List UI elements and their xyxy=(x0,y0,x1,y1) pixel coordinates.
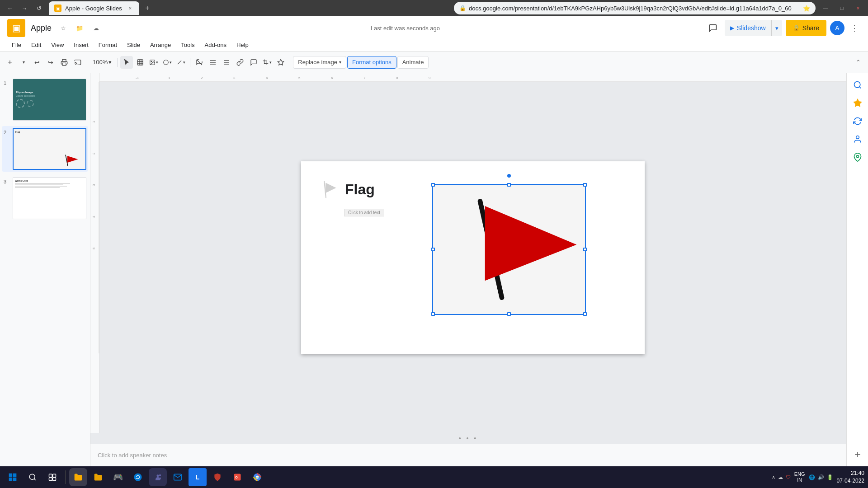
image-tool[interactable]: ▾ xyxy=(147,56,160,69)
distribute-tool[interactable] xyxy=(220,56,233,69)
align-center-tool[interactable] xyxy=(207,56,219,69)
resize-handle-tr[interactable] xyxy=(583,183,587,187)
zoom-select[interactable]: 100% ▾ xyxy=(90,56,114,69)
notes-placeholder[interactable]: Click to add speaker notes xyxy=(98,452,167,459)
paint-format-button[interactable] xyxy=(71,56,84,69)
share-button[interactable]: 🔒 Share xyxy=(786,20,826,36)
back-button[interactable]: ← xyxy=(4,2,16,14)
task-view-button[interactable] xyxy=(43,468,61,486)
menu-help[interactable]: Help xyxy=(232,40,253,50)
menu-edit[interactable]: Edit xyxy=(27,40,46,50)
resize-handle-ml[interactable] xyxy=(431,248,435,251)
refresh-button[interactable]: ↺ xyxy=(33,2,45,14)
resize-handle-tc[interactable] xyxy=(507,183,511,187)
star-button[interactable]: ☆ xyxy=(57,22,70,34)
forward-button[interactable]: → xyxy=(18,2,31,14)
slide-thumb-3[interactable]: 3 Works Cited xyxy=(2,175,88,221)
resize-handle-bl[interactable] xyxy=(431,312,435,316)
resize-handle-tl[interactable] xyxy=(431,183,435,187)
drive-button[interactable]: 📁 xyxy=(73,22,86,34)
text-tool[interactable] xyxy=(134,56,146,69)
maximize-button[interactable]: □ xyxy=(835,2,848,14)
language-indicator[interactable]: ENG IN xyxy=(794,471,805,483)
line-tool[interactable]: ▾ xyxy=(175,56,187,69)
l-app-button[interactable]: L xyxy=(189,468,207,486)
select-tool[interactable] xyxy=(120,56,133,69)
slide-wrapper[interactable]: Flag Click to add text xyxy=(99,82,846,433)
svg-rect-50 xyxy=(9,474,13,477)
canvas-area: -1 1 2 3 4 5 6 7 8 9 xyxy=(90,73,846,466)
tab-close-button[interactable]: × xyxy=(127,5,134,12)
rotate-handle[interactable] xyxy=(507,174,511,178)
start-button[interactable] xyxy=(4,468,22,486)
menu-insert[interactable]: Insert xyxy=(69,40,93,50)
sidebar-icon-search[interactable] xyxy=(849,77,866,93)
xbox-button[interactable]: 🎮 xyxy=(109,468,127,486)
minimize-button[interactable]: — xyxy=(819,2,832,14)
paint-bucket-tool[interactable] xyxy=(193,56,206,69)
animate-button[interactable]: Animate xyxy=(397,56,429,69)
volume-icon[interactable]: 🔊 xyxy=(818,474,824,480)
crop-tool[interactable]: ▾ xyxy=(261,56,274,69)
menu-format[interactable]: Format xyxy=(94,40,122,50)
last-edit-text[interactable]: Last edit was seconds ago xyxy=(371,25,440,32)
avatar[interactable]: A xyxy=(830,21,844,35)
active-tab[interactable]: ▣ Apple - Google Slides × xyxy=(49,1,139,15)
background-tool[interactable] xyxy=(274,56,287,69)
folder-button[interactable] xyxy=(89,468,107,486)
new-tab-button[interactable]: + xyxy=(141,2,154,14)
add-button[interactable]: + xyxy=(4,56,16,69)
teams-button[interactable] xyxy=(149,468,167,486)
tray-chevron[interactable]: ∧ xyxy=(772,474,775,480)
resize-handle-bc[interactable] xyxy=(507,312,511,316)
edge-button[interactable] xyxy=(129,468,147,486)
slide-thumb-1[interactable]: 1 Flip an Image Click to add subtitle xyxy=(2,77,88,122)
more-options-button[interactable]: ⋮ xyxy=(848,22,861,34)
address-bar[interactable]: 🔒 docs.google.com/presentation/d/1ebTKA9… xyxy=(454,2,816,14)
notes-area[interactable]: Click to add speaker notes xyxy=(90,444,846,466)
sidebar-add-button[interactable] xyxy=(849,446,866,463)
close-button[interactable]: × xyxy=(852,2,864,14)
sidebar-icon-person[interactable] xyxy=(849,131,866,147)
file-explorer-button[interactable] xyxy=(69,468,87,486)
format-options-button[interactable]: Format options xyxy=(347,56,396,69)
menu-arrange[interactable]: Arrange xyxy=(146,40,175,50)
sidebar-icon-star[interactable] xyxy=(849,95,866,111)
link-tool[interactable] xyxy=(234,56,246,69)
menu-tools[interactable]: Tools xyxy=(176,40,199,50)
office-button[interactable]: O xyxy=(228,468,246,486)
menu-addons[interactable]: Add-ons xyxy=(200,40,231,50)
security-app-button[interactable] xyxy=(208,468,226,486)
comment-button[interactable] xyxy=(705,20,721,36)
chrome-button[interactable] xyxy=(248,468,266,486)
search-button[interactable] xyxy=(24,468,42,486)
clock[interactable]: 21:40 07-04-2022 xyxy=(837,469,864,485)
replace-image-button[interactable]: Replace image ▾ xyxy=(293,56,346,69)
undo-button[interactable]: ↩ xyxy=(31,56,43,69)
battery-icon[interactable]: 🔋 xyxy=(827,474,833,480)
cloud-button[interactable]: ☁ xyxy=(90,22,102,34)
slide-canvas[interactable]: Flag Click to add text xyxy=(301,161,645,354)
resize-handle-mr[interactable] xyxy=(583,248,587,251)
selected-image-flag[interactable] xyxy=(432,184,586,315)
mail-button[interactable] xyxy=(169,468,187,486)
menu-view[interactable]: View xyxy=(47,40,68,50)
slideshow-dropdown[interactable]: ▾ xyxy=(772,20,782,36)
sidebar-icon-location[interactable] xyxy=(849,149,866,165)
print-button[interactable] xyxy=(58,56,71,69)
redo-button[interactable]: ↪ xyxy=(44,56,57,69)
tray-security[interactable]: 🛡 xyxy=(786,474,791,480)
wifi-icon[interactable]: 🌐 xyxy=(809,474,815,480)
shape-tool[interactable]: ▾ xyxy=(161,56,174,69)
slideshow-button[interactable]: ▶ Slideshow xyxy=(725,20,772,36)
menu-slide[interactable]: Slide xyxy=(123,40,145,50)
collapse-toolbar-button[interactable]: ⌃ xyxy=(852,56,864,69)
sidebar-icon-sync[interactable] xyxy=(849,113,866,129)
tray-cloud[interactable]: ☁ xyxy=(778,474,783,480)
comment-tool[interactable] xyxy=(247,56,260,69)
undo-dropdown[interactable]: ▾ xyxy=(17,56,30,69)
menu-file[interactable]: File xyxy=(7,40,26,50)
slide-subtitle-placeholder[interactable]: Click to add text xyxy=(344,209,384,216)
slide-thumb-2[interactable]: 2 Flag xyxy=(2,126,88,172)
resize-handle-br[interactable] xyxy=(583,312,587,316)
